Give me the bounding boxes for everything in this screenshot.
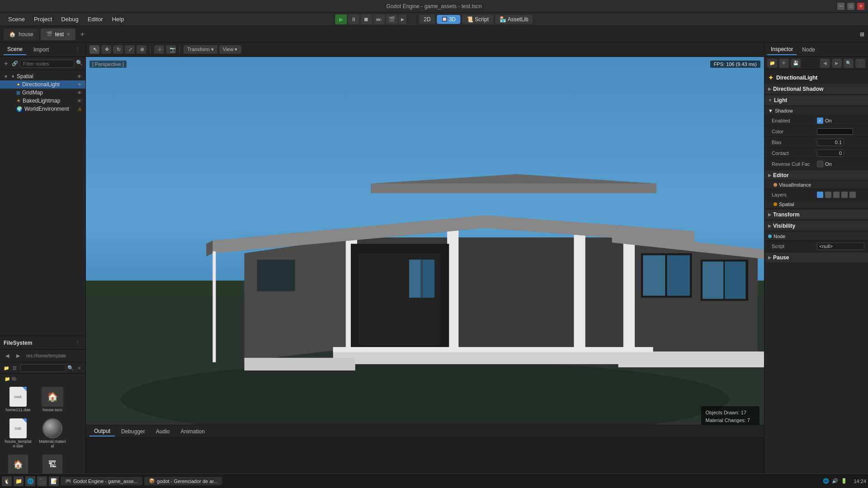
insp-lock-button[interactable]: 📁 [767, 59, 777, 68]
light-header[interactable]: ▼ Light [764, 95, 868, 106]
insp-menu-icon[interactable]: ⋮ [855, 59, 865, 68]
pause-header[interactable]: ▶ Pause [764, 253, 868, 263]
fs-search-input[interactable] [20, 364, 66, 372]
camera-tool[interactable]: 📷 [166, 45, 176, 54]
script-dropdown[interactable]: <null> [817, 243, 864, 250]
fs-search-icon[interactable]: 🔍 [67, 363, 74, 372]
visual-instance-header[interactable]: VisualInstance [764, 181, 868, 189]
visibility-icon[interactable]: 👁 [77, 99, 82, 103]
taskbar-gerenciador-item[interactable]: 📦 godot - Gerenciador de ar... [144, 477, 222, 485]
contact-value[interactable]: 0 [817, 150, 844, 157]
menu-project[interactable]: Project [29, 14, 57, 24]
tree-item-gridmap[interactable]: ⊞ GridMap 👁 [0, 89, 85, 97]
sound-icon[interactable]: 🔊 [832, 478, 838, 484]
menu-debug[interactable]: Debug [57, 14, 83, 24]
tab-node[interactable]: Node [798, 45, 819, 55]
tree-item-spatial[interactable]: ▼ ⚬ Spatial 👁 [0, 72, 85, 80]
fs-new-folder-icon[interactable]: 📁 [3, 363, 9, 372]
menu-scene[interactable]: Scene [4, 14, 29, 24]
color-swatch[interactable] [817, 128, 853, 135]
fs-menu-icon[interactable]: ⋮ [73, 338, 82, 347]
filter-nodes-input[interactable] [20, 60, 74, 68]
shadow-header[interactable]: ▼ Shadow [764, 107, 868, 115]
tree-item-world-env[interactable]: 🌍 WorldEnvironment ⚠ [0, 105, 85, 113]
insp-forward-button[interactable]: ▶ [832, 59, 842, 68]
layer-3[interactable] [833, 192, 840, 198]
taskbar-start-icon[interactable]: 🐧 [2, 476, 12, 486]
menu-help[interactable]: Help [108, 14, 129, 24]
insp-back-button[interactable]: ◀ [820, 59, 830, 68]
tab-import[interactable]: Import [30, 45, 52, 55]
btn-2d[interactable]: 2D [419, 15, 435, 24]
taskbar-files-icon[interactable]: 📁 [14, 476, 24, 486]
play-custom-button[interactable]: ▶ [398, 14, 406, 24]
tab-animation[interactable]: Animation [176, 427, 209, 436]
taskbar-text-icon[interactable]: 📝 [49, 476, 59, 486]
add-node-button[interactable]: + [3, 59, 9, 68]
tab-inspector[interactable]: Inspector [767, 44, 797, 55]
snap-tool[interactable]: ⊹ [154, 45, 164, 54]
viewport-area[interactable]: [ Perspective ] FPS: 106 (9.43 ms) Objec… [86, 57, 764, 425]
rotate-tool[interactable]: ↻ [113, 45, 123, 54]
editor-header[interactable]: ▶ Editor [764, 170, 868, 181]
insp-search-icon[interactable]: 🔍 [844, 59, 854, 68]
insp-save-button[interactable]: 💾 [791, 59, 801, 68]
btn-assetlib[interactable]: 🏪 AssetLib [495, 15, 533, 24]
taskbar-browser-icon[interactable]: 🌐 [25, 476, 35, 486]
minimize-button[interactable]: ─ [837, 3, 844, 10]
taskbar-godot-item[interactable]: 🎮 Godot Engine - game_asse... [61, 477, 142, 485]
btn-3d[interactable]: 🔲 3D [437, 15, 460, 24]
transform-dropdown[interactable]: Transform ▾ [184, 45, 217, 54]
tree-item-baked-lightmap[interactable]: ☀ BakedLightmap 👁 [0, 97, 85, 105]
menu-editor[interactable]: Editor [83, 14, 108, 24]
tab-audio[interactable]: Audio [151, 427, 175, 436]
file-home111dae[interactable]: DAE home111.dae [2, 384, 34, 414]
taskbar-terminal-icon[interactable]: ⬛ [37, 476, 47, 486]
maximize-button[interactable]: □ [847, 3, 854, 10]
fs-view-toggle[interactable]: ☰ [11, 363, 18, 372]
expand-icon[interactable]: ⊞ [860, 31, 864, 38]
tab-home[interactable]: 🏠 house [4, 28, 39, 40]
step-button[interactable]: ⏭ [373, 14, 385, 24]
file-material[interactable]: Material.material [36, 416, 69, 450]
fs-list-view-icon[interactable]: ≡ [76, 363, 83, 372]
battery-icon[interactable]: 🔋 [841, 478, 847, 484]
checkbox-reverse-cull[interactable] [817, 161, 823, 167]
scale-tool[interactable]: ⤢ [125, 45, 135, 54]
select-tool[interactable]: ↖ [90, 45, 99, 54]
fs-forward-button[interactable]: ▶ [14, 352, 23, 361]
fs-back-button[interactable]: ◀ [3, 352, 12, 361]
visibility-icon[interactable]: 👁 [77, 90, 82, 95]
tree-item-directional-light[interactable]: ✦ DirectionalLight 👁 [0, 80, 85, 89]
close-button[interactable]: ✕ [857, 3, 864, 10]
insp-eye-button[interactable]: 👁 [779, 59, 789, 68]
tab-output[interactable]: Output [90, 427, 115, 436]
layer-2[interactable] [825, 192, 831, 198]
stop-button[interactable]: ⏹ [360, 14, 372, 24]
bias-value[interactable]: 0.1 [817, 139, 844, 146]
view-dropdown[interactable]: View ▾ [219, 45, 241, 54]
tab-test[interactable]: 🎬 test ✕ [41, 28, 75, 40]
layer-4[interactable] [841, 192, 848, 198]
tab-scene[interactable]: Scene [4, 44, 26, 55]
spatial-header[interactable]: Spatial [764, 200, 868, 209]
tab-debugger[interactable]: Debugger [117, 427, 150, 436]
directional-shadow-header[interactable]: ▶ Directional Shadow [764, 84, 868, 94]
move-tool[interactable]: ✥ [101, 45, 111, 54]
pause-button[interactable]: ⏸ [348, 14, 359, 24]
panel-menu-icon[interactable]: ⋮ [73, 45, 82, 54]
layer-1[interactable] [817, 192, 823, 198]
play-scene-button[interactable]: 🎬 [386, 14, 397, 24]
visibility-header[interactable]: ▶ Visibility [764, 221, 868, 231]
checkbox-enabled[interactable]: ✓ [817, 117, 823, 124]
local-tool[interactable]: ⊕ [137, 45, 146, 54]
network-icon[interactable]: 🌐 [823, 478, 829, 484]
visibility-icon[interactable]: 👁 [77, 82, 82, 87]
play-button[interactable]: ▶ [335, 14, 347, 24]
file-house-template-dae[interactable]: DAE house_template.dae [2, 416, 34, 450]
layer-5[interactable] [849, 192, 856, 198]
tab-add-button[interactable]: + [77, 29, 87, 39]
transform-header[interactable]: ▶ Transform [764, 210, 868, 220]
file-house-tscn[interactable]: 🏠 house.tscn [36, 384, 69, 414]
node-sub-header[interactable]: Node [764, 232, 868, 241]
